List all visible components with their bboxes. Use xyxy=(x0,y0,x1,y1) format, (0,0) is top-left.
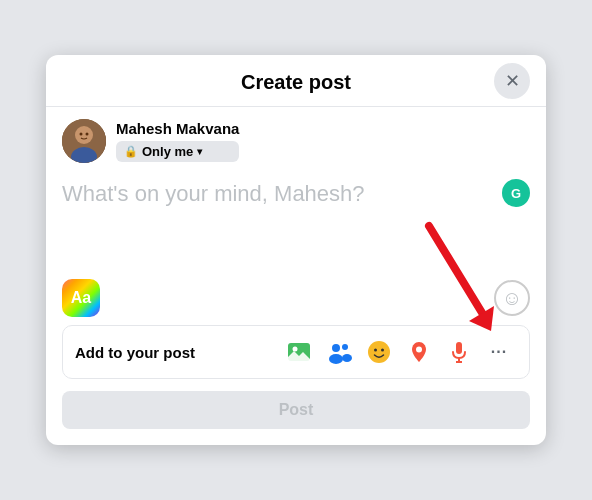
modal-header: Create post ✕ xyxy=(46,55,546,107)
svg-point-9 xyxy=(342,344,348,350)
action-icons: ··· xyxy=(281,334,517,370)
add-to-post-section: Add to your post xyxy=(62,325,530,379)
close-icon: ✕ xyxy=(505,70,520,92)
add-emoji-button[interactable] xyxy=(361,334,397,370)
svg-point-11 xyxy=(368,341,390,363)
tag-people-button[interactable] xyxy=(321,334,357,370)
privacy-label: Only me xyxy=(142,144,193,159)
svg-point-10 xyxy=(342,354,352,362)
avatar xyxy=(62,119,106,163)
people-icon xyxy=(326,339,352,365)
modal-title: Create post xyxy=(241,71,351,94)
add-photo-button[interactable] xyxy=(281,334,317,370)
svg-point-13 xyxy=(381,349,384,352)
location-icon xyxy=(406,339,432,365)
lock-icon: 🔒 xyxy=(124,145,138,158)
create-post-modal: Create post ✕ xyxy=(46,55,546,445)
privacy-button[interactable]: 🔒 Only me ▾ xyxy=(116,141,239,162)
avatar-svg xyxy=(62,119,106,163)
ellipsis-icon: ··· xyxy=(491,343,507,361)
add-location-button[interactable] xyxy=(401,334,437,370)
post-placeholder: What's on your mind, Mahesh? xyxy=(62,179,530,210)
user-info: Mahesh Makvana 🔒 Only me ▾ xyxy=(116,120,239,162)
svg-point-12 xyxy=(374,349,377,352)
more-options-button[interactable]: ··· xyxy=(481,334,517,370)
user-name: Mahesh Makvana xyxy=(116,120,239,137)
svg-point-14 xyxy=(416,347,422,353)
add-to-post-label: Add to your post xyxy=(75,344,195,361)
post-button[interactable]: Post xyxy=(62,391,530,429)
post-input-area[interactable]: What's on your mind, Mahesh? G xyxy=(46,171,546,271)
svg-rect-15 xyxy=(456,342,462,354)
smiley-icon: ☺ xyxy=(502,287,522,310)
close-button[interactable]: ✕ xyxy=(494,63,530,99)
svg-point-3 xyxy=(80,133,83,136)
toolbar-top: Aa ☺ xyxy=(46,271,546,325)
emoji-button[interactable]: ☺ xyxy=(494,280,530,316)
grammarly-icon: G xyxy=(502,179,530,207)
font-style-button[interactable]: Aa xyxy=(62,279,100,317)
svg-point-7 xyxy=(332,344,340,352)
chevron-down-icon: ▾ xyxy=(197,146,202,157)
photo-icon xyxy=(286,339,312,365)
user-section: Mahesh Makvana 🔒 Only me ▾ xyxy=(46,107,546,171)
emoji-icon xyxy=(366,339,392,365)
mic-icon xyxy=(446,339,472,365)
add-mic-button[interactable] xyxy=(441,334,477,370)
svg-point-4 xyxy=(86,133,89,136)
svg-point-6 xyxy=(293,347,298,352)
svg-point-8 xyxy=(329,354,343,364)
modal-overlay: Create post ✕ xyxy=(0,0,592,500)
svg-point-1 xyxy=(75,126,93,144)
post-button-section: Post xyxy=(46,379,546,445)
